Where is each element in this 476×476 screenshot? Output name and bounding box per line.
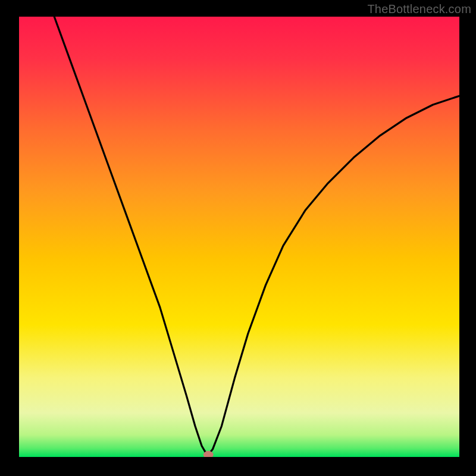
watermark-text: TheBottleneck.com [367, 2, 471, 16]
chart-svg [19, 17, 459, 457]
gradient-background [19, 17, 459, 457]
curve-marker-dot [203, 451, 213, 457]
chart-container: TheBottleneck.com [0, 0, 476, 476]
plot-area [19, 17, 459, 457]
